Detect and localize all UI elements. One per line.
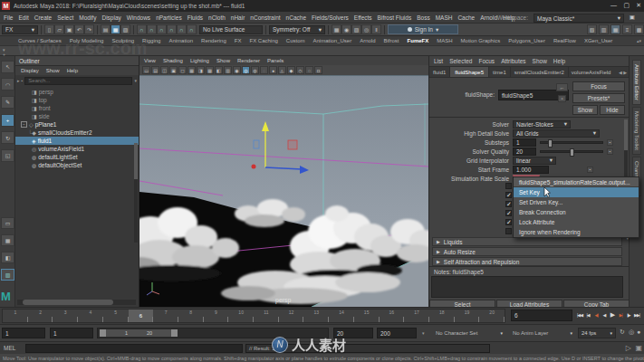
ae-hide-button[interactable]: Hide — [600, 105, 625, 115]
paint-select-tool-icon[interactable]: ✎ — [1, 96, 14, 109]
menu-mash[interactable]: MASH — [436, 14, 453, 21]
shelf-tab-curves-surfaces[interactable]: Curves / Surfaces — [18, 38, 62, 43]
ae-notes-textarea[interactable] — [431, 276, 623, 298]
menu-modify[interactable]: Modify — [79, 14, 96, 21]
ae-menu-show[interactable]: Show — [533, 58, 547, 64]
layout-current-icon[interactable]: ▥ — [1, 269, 14, 281]
playback-end-field[interactable]: 20 — [333, 328, 373, 338]
menu-ncloth[interactable]: nCloth — [208, 14, 226, 21]
playback-options-icon[interactable]: ◎ — [629, 329, 634, 336]
step-back-key-button[interactable]: ◀| — [592, 310, 600, 319]
menu-ncache[interactable]: nCache — [286, 14, 306, 21]
shelf-tab-rendering[interactable]: Rendering — [201, 38, 226, 43]
snap-projected-center-icon[interactable]: ∩ — [167, 24, 177, 34]
render-view-icon[interactable]: ▦ — [332, 24, 341, 34]
close-button[interactable]: ✕ — [636, 2, 641, 9]
animation-preferences-icon[interactable]: ● — [637, 329, 640, 335]
outliner-bookmark-icon[interactable]: ▪ — [22, 78, 24, 83]
checkbox-checked[interactable]: ✓ — [505, 201, 512, 207]
solver-dropdown[interactable]: Navier-Stokes▾ — [513, 120, 571, 129]
vp-grid-icon[interactable]: ▣ — [169, 66, 178, 74]
shelf-tab-arnold[interactable]: Arnold — [360, 38, 375, 43]
context-menu-lock-attribute[interactable]: Lock Attribute — [514, 217, 639, 227]
ae-back-arrow-icon[interactable]: ← — [556, 83, 568, 91]
context-menu-set-driven-key[interactable]: Set Driven Key... — [514, 197, 639, 207]
minimize-button[interactable]: — — [610, 2, 617, 8]
render-current-frame-icon[interactable]: ◉ — [341, 24, 351, 34]
ae-menu-focus[interactable]: Focus — [478, 58, 495, 64]
shelf-tab-custom[interactable]: Custom — [286, 38, 305, 43]
ae-show-button[interactable]: Show — [572, 105, 598, 115]
section-self-attraction[interactable]: ▶Self Attraction and Repulsion — [432, 257, 622, 266]
outliner-item-fluid1-selected[interactable]: ◈fluid1 — [15, 137, 139, 145]
ae-swatch-icon[interactable]: ▫ — [558, 95, 566, 102]
vp-bookmark-icon[interactable]: ▤ — [151, 66, 159, 74]
ae-presets-button[interactable]: Presets* — [572, 93, 625, 103]
viewport-canvas[interactable]: persp — [139, 76, 428, 307]
solver-quality-field[interactable]: 20 — [513, 148, 536, 156]
range-slider-track[interactable]: 1 20 — [97, 328, 329, 338]
shelf-tab-fx[interactable]: FX — [235, 38, 242, 43]
checkbox-unchecked[interactable] — [505, 228, 512, 234]
vp-safe-action-icon[interactable]: ◧ — [215, 66, 223, 74]
sign-in-button[interactable]: Sign In ▾ — [388, 24, 458, 34]
animation-end-field[interactable]: 200 — [377, 328, 417, 338]
snap-surface-icon[interactable]: ∩ — [187, 24, 197, 34]
snap-view-plane-icon[interactable]: ∩ — [177, 24, 187, 34]
section-auto-resize[interactable]: ▶Auto Resize — [432, 247, 622, 256]
outliner-item-defaultobjectset[interactable]: ◍defaultObjectSet — [15, 161, 139, 169]
vp-lighting-icon[interactable]: ◌ — [260, 66, 268, 74]
select-component-icon[interactable]: ▨ — [120, 24, 130, 34]
context-menu-break-connection[interactable]: Break Connection — [514, 207, 639, 217]
layout-persp-outliner-icon[interactable]: ◧ — [1, 252, 14, 263]
menu-windows[interactable]: Windows — [127, 14, 150, 21]
menu-fields-solvers[interactable]: Fields/Solvers — [312, 14, 349, 21]
checkbox-checked[interactable]: ✓ — [505, 219, 512, 225]
shelf-tab-mash[interactable]: MASH — [437, 38, 452, 43]
attribute-editor-toggle-icon[interactable]: ▦ — [610, 24, 620, 34]
ae-tab-smallcloudsemitter2[interactable]: smallCloudsEmitter2 — [511, 67, 569, 77]
vp-resolution-gate-icon[interactable]: ▦ — [187, 66, 196, 74]
loop-playback-icon[interactable]: ↻ — [620, 329, 625, 336]
vp-gate-mask-icon[interactable]: ◨ — [197, 66, 205, 74]
shelf-tab-bifrost[interactable]: Bifrost — [384, 38, 399, 43]
workspace-lock-icon[interactable]: ▣ — [630, 14, 635, 21]
vp-textured-icon[interactable]: ◎ — [242, 66, 250, 74]
command-input[interactable] — [25, 344, 243, 353]
ae-tab-time1[interactable]: time1 — [489, 67, 511, 77]
scale-tool-icon[interactable]: ◱ — [1, 149, 14, 162]
outliner-menu-help[interactable]: Help — [67, 68, 78, 73]
ae-menu-attributes[interactable]: Attributes — [501, 58, 525, 64]
go-to-start-button[interactable]: |◀◀ — [576, 310, 583, 319]
vp-safe-title-icon[interactable]: ▥ — [224, 66, 232, 74]
lasso-tool-icon[interactable]: ◠ — [1, 78, 14, 90]
step-back-frame-button[interactable]: |◀ — [584, 310, 591, 319]
menu-effects[interactable]: Effects — [354, 14, 372, 21]
shelf-tab-fx-caching[interactable]: FX Caching — [249, 38, 277, 43]
chevron-down-icon[interactable]: ▾ — [422, 330, 425, 336]
layout-four-pane-icon[interactable]: ▦ — [1, 234, 14, 246]
outliner-horizontal-scrollbar[interactable] — [17, 300, 136, 305]
viewport-menu-show[interactable]: Show — [216, 58, 230, 63]
command-language-selector[interactable]: MEL — [4, 345, 15, 351]
viewport-menu-renderer[interactable]: Renderer — [237, 58, 260, 63]
shelf-tab-fumefx[interactable]: FumeFX — [408, 38, 429, 43]
anim-layer-selector[interactable]: No Anim Layer▾ — [510, 328, 575, 338]
shelf-tab-realflow[interactable]: RealFlow — [553, 38, 576, 43]
outliner-vertical-scrollbar[interactable] — [134, 143, 138, 243]
tool-settings-toggle-icon[interactable]: ≡ — [622, 24, 632, 34]
step-forward-key-button[interactable]: ▶| — [617, 310, 624, 319]
section-liquids[interactable]: ▶Liquids — [432, 237, 622, 246]
layout-single-pane-icon[interactable]: ▭ — [1, 217, 14, 229]
undo-icon[interactable]: ↶ — [74, 24, 84, 34]
menu-fluids[interactable]: Fluids — [187, 14, 203, 21]
channel-box-toggle-icon[interactable]: ▩ — [634, 24, 644, 34]
context-menu-ignore-when-rendering[interactable]: Ignore when Rendering — [514, 227, 639, 237]
character-controls-toggle-icon[interactable]: ▥ — [599, 24, 609, 34]
render-settings-icon[interactable]: ◎ — [361, 24, 371, 34]
ae-tab-scroll-arrows[interactable]: ◀ ▶ — [619, 70, 629, 75]
substeps-field[interactable]: 1 — [513, 138, 536, 147]
shelf-tab-motion-graphics[interactable]: Motion Graphics — [461, 38, 501, 43]
current-frame-field[interactable]: 6 — [511, 310, 572, 321]
select-tool-icon[interactable]: ↖ — [1, 61, 14, 73]
